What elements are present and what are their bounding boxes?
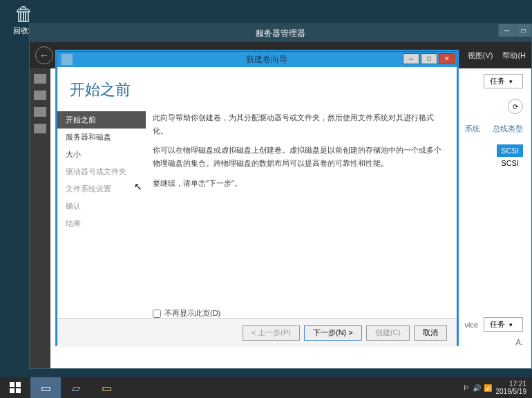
wizard-text-2: 你可以在物理磁盘或虚拟磁盘上创建卷。虚拟磁盘是以前创建的存储池中的一个或多个物理… xyxy=(153,144,443,169)
minimize-button[interactable]: ─ xyxy=(403,53,419,64)
server-manager-titlebar[interactable]: 服务器管理器 ─ □ xyxy=(30,24,531,42)
lower-text: A: xyxy=(516,338,523,346)
previous-button: < 上一步(P) xyxy=(243,325,300,341)
sidebar-icon[interactable] xyxy=(34,107,46,117)
step-result: 结果 xyxy=(57,215,146,232)
dont-show-label: 不再显示此页(D) xyxy=(164,307,220,320)
step-confirm: 确认 xyxy=(57,198,146,215)
close-button[interactable]: ✕ xyxy=(439,53,455,64)
sidebar-icon[interactable] xyxy=(34,91,46,100)
col-system[interactable]: 系统 xyxy=(465,124,480,134)
start-button[interactable] xyxy=(0,377,30,398)
wizard-icon xyxy=(61,54,73,65)
tasks-dropdown-2[interactable]: 任务 xyxy=(484,317,523,332)
system-tray[interactable]: 🏳🔊📶 17:21 2019/5/19 xyxy=(457,377,533,398)
svg-rect-2 xyxy=(10,388,15,393)
wizard-content: 此向导帮助你创建卷，为其分配驱动器号或文件夹，然后使用文件系统对其进行格式化。 … xyxy=(146,107,457,318)
wizard-footer: < 上一步(P) 下一步(N) > 创建(C) 取消 xyxy=(57,318,457,347)
wizard-text-3: 要继续，请单击"下一步"。 xyxy=(153,177,443,190)
maximize-button[interactable]: □ xyxy=(515,24,531,37)
step-server-disk[interactable]: 服务器和磁盘 xyxy=(57,129,146,146)
taskbar: ▭ ▱ ▭ 🏳🔊📶 17:21 2019/5/19 xyxy=(0,377,532,398)
col-bustype[interactable]: 总线类型 xyxy=(493,124,523,134)
wizard-header: 开始之前 xyxy=(70,79,457,100)
svg-rect-3 xyxy=(16,388,21,393)
table-row[interactable]: SCSI xyxy=(497,144,523,157)
tray-icon[interactable]: 📶 xyxy=(484,384,492,392)
refresh-button[interactable]: ⟳ xyxy=(508,99,523,114)
dont-show-checkbox-row: 不再显示此页(D) xyxy=(153,307,443,320)
cancel-button[interactable]: 取消 xyxy=(414,325,447,341)
taskbar-explorer[interactable]: ▭ xyxy=(91,377,122,398)
new-volume-wizard: 新建卷向导 ─ □ ✕ 开始之前 开始之前 服务器和磁盘 大小 驱动器号或文件夹… xyxy=(57,51,457,345)
wizard-titlebar[interactable]: 新建卷向导 ─ □ ✕ xyxy=(57,52,457,67)
tray-icon[interactable]: 🏳 xyxy=(463,384,470,392)
wizard-steps: 开始之前 服务器和磁盘 大小 驱动器号或文件夹 文件系统设置 确认 结果 xyxy=(57,107,146,318)
lower-label: vice xyxy=(464,321,478,329)
svg-rect-1 xyxy=(16,382,21,387)
sidebar-icon[interactable] xyxy=(34,74,46,84)
wizard-title: 新建卷向导 xyxy=(77,54,457,66)
taskbar-powershell[interactable]: ▱ xyxy=(61,377,91,398)
tray-icon[interactable]: 🔊 xyxy=(473,384,481,392)
wizard-text-1: 此向导帮助你创建卷，为其分配驱动器号或文件夹，然后使用文件系统对其进行格式化。 xyxy=(153,111,443,137)
step-before-begin[interactable]: 开始之前 xyxy=(57,111,146,129)
server-manager-title: 服务器管理器 xyxy=(256,28,305,39)
menu-help[interactable]: 帮助(H xyxy=(502,50,526,61)
recycle-bin-icon: 🗑 xyxy=(7,3,41,26)
minimize-button[interactable]: ─ xyxy=(498,24,515,37)
server-manager-sidebar xyxy=(30,68,50,368)
tasks-dropdown[interactable]: 任务 xyxy=(484,74,523,88)
create-button: 创建(C) xyxy=(366,325,410,341)
step-filesystem: 文件系统设置 xyxy=(57,180,146,198)
step-size[interactable]: 大小 xyxy=(57,146,146,163)
back-button[interactable]: ← xyxy=(35,46,53,64)
table-row[interactable]: SCSI xyxy=(497,157,523,169)
next-button[interactable]: 下一步(N) > xyxy=(304,325,362,341)
taskbar-server-manager[interactable]: ▭ xyxy=(30,377,61,398)
maximize-button[interactable]: □ xyxy=(421,53,437,64)
clock[interactable]: 17:21 2019/5/19 xyxy=(496,380,527,395)
menu-view[interactable]: 视图(V) xyxy=(468,50,493,61)
sidebar-icon[interactable] xyxy=(34,124,46,133)
dont-show-checkbox[interactable] xyxy=(153,310,161,318)
step-drive-letter: 驱动器号或文件夹 xyxy=(57,163,146,180)
svg-rect-0 xyxy=(10,382,15,387)
